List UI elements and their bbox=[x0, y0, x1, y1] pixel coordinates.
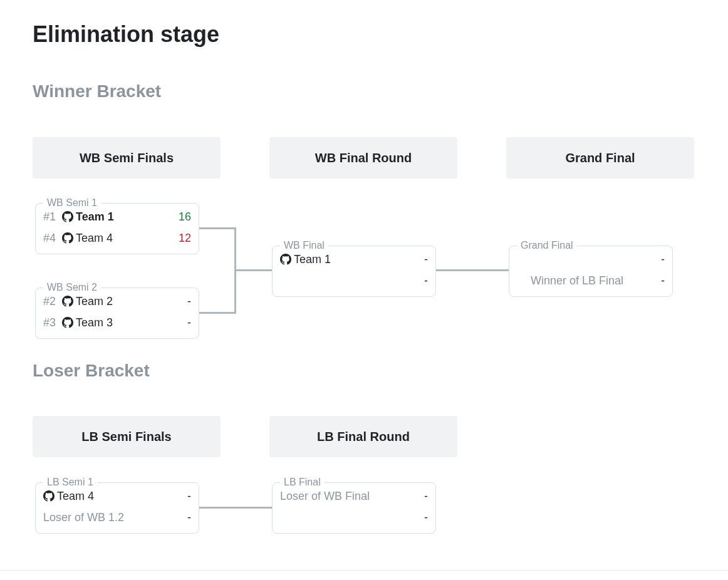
match-label: WB Semi 2 bbox=[43, 282, 101, 293]
connector bbox=[199, 227, 236, 229]
github-icon bbox=[62, 232, 76, 244]
github-icon bbox=[517, 254, 531, 265]
match-lb-semi-1[interactable]: LB Semi 1 Team 4 - Loser of WB 1.2 - bbox=[35, 482, 199, 534]
seed: #4 bbox=[43, 232, 62, 245]
team-name: Loser of WB Final bbox=[280, 490, 407, 503]
github-icon bbox=[62, 296, 76, 307]
score: - bbox=[643, 274, 665, 287]
connector bbox=[199, 312, 236, 314]
round-header-lb-final: LB Final Round bbox=[269, 416, 457, 457]
github-icon bbox=[517, 275, 531, 286]
score: - bbox=[407, 490, 428, 503]
match-grand-final[interactable]: Grand Final - Winner of LB Final - bbox=[509, 246, 673, 297]
team-name: Team 2 bbox=[76, 295, 170, 308]
github-icon bbox=[280, 254, 294, 265]
match-label: WB Semi 1 bbox=[43, 197, 101, 209]
score: - bbox=[170, 316, 191, 329]
round-header-grand-final: Grand Final bbox=[506, 137, 694, 179]
match-label: Grand Final bbox=[517, 240, 577, 251]
score: - bbox=[643, 253, 665, 266]
score: - bbox=[170, 490, 191, 503]
team-name: Team 1 bbox=[294, 253, 407, 266]
match-wb-final[interactable]: WB Final Team 1 - - bbox=[272, 246, 436, 297]
seed: #3 bbox=[43, 316, 62, 329]
match-wb-semi-1[interactable]: WB Semi 1 #1 Team 1 16 #4 Team 4 12 bbox=[35, 203, 199, 254]
match-wb-semi-2[interactable]: WB Semi 2 #2 Team 2 - #3 Team 3 - bbox=[35, 287, 199, 339]
match-lb-final[interactable]: LB Final Loser of WB Final - - bbox=[272, 482, 436, 534]
match-label: LB Final bbox=[280, 477, 325, 488]
score: - bbox=[407, 511, 428, 524]
score: 12 bbox=[170, 232, 191, 245]
team-name: Team 3 bbox=[76, 316, 170, 329]
loser-bracket-heading: Loser Bracket bbox=[33, 361, 150, 381]
team-name: Team 4 bbox=[57, 490, 170, 503]
round-header-wb-semi: WB Semi Finals bbox=[33, 137, 221, 179]
round-header-lb-semi: LB Semi Finals bbox=[33, 416, 221, 457]
round-header-wb-final: WB Final Round bbox=[269, 137, 457, 179]
connector bbox=[199, 507, 272, 509]
score: - bbox=[407, 274, 428, 287]
github-icon bbox=[280, 512, 294, 523]
github-icon bbox=[43, 490, 57, 502]
winner-bracket-heading: Winner Bracket bbox=[33, 81, 161, 101]
score: - bbox=[170, 511, 191, 524]
github-icon bbox=[62, 317, 76, 328]
seed: #1 bbox=[43, 210, 62, 224]
team-name: Team 4 bbox=[76, 232, 170, 245]
team-name: Team 1 bbox=[76, 210, 170, 224]
connector bbox=[234, 269, 272, 271]
github-icon bbox=[280, 275, 294, 286]
match-label: LB Semi 1 bbox=[43, 477, 97, 488]
score: - bbox=[170, 295, 191, 308]
score: - bbox=[407, 253, 428, 266]
connector bbox=[436, 269, 509, 271]
score: 16 bbox=[170, 210, 191, 224]
match-label: WB Final bbox=[280, 240, 328, 251]
team-name: Loser of WB 1.2 bbox=[43, 511, 170, 524]
team-name: Winner of LB Final bbox=[531, 274, 643, 287]
divider bbox=[0, 570, 728, 571]
seed: #2 bbox=[43, 295, 62, 308]
github-icon bbox=[62, 211, 76, 222]
page-title: Elimination stage bbox=[33, 21, 219, 48]
